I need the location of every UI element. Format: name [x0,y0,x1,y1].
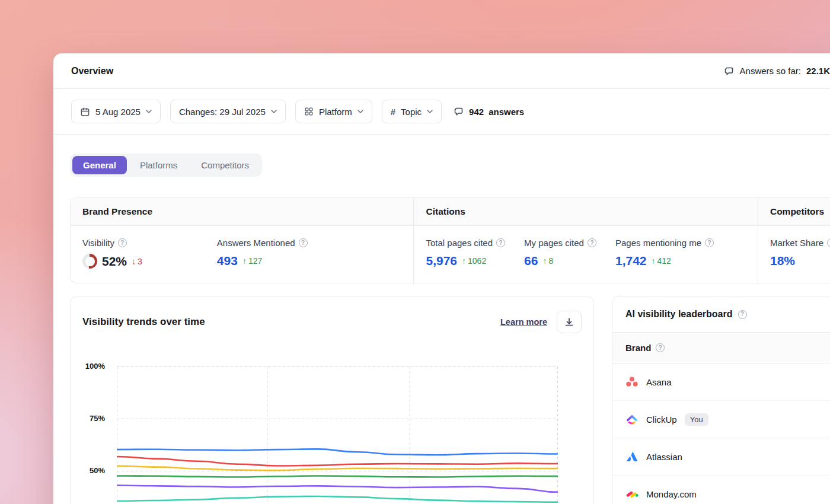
visibility-trends-chart: 100% 75% 50% [71,366,593,504]
metric-delta: 412 [652,256,671,266]
changes-filter[interactable]: Changes: 29 Jul 2025 [170,100,286,123]
visibility-donut [82,254,97,269]
chevron-down-icon [357,110,363,113]
page-title: Overview [71,66,113,76]
answers-icon [724,66,735,76]
ai-visibility-leaderboard: AI visibility leaderboard Brand Asana [612,296,830,504]
platform-filter-label: Platform [319,107,352,117]
trend-line-series-yellow [117,466,558,470]
help-icon[interactable] [496,238,505,247]
visibility-trends-card: Visibility trends over time Learn more 1… [70,296,594,504]
help-icon[interactable] [827,238,830,247]
answers-icon [454,106,464,117]
you-badge: You [685,413,708,426]
monday-icon [625,487,639,500]
trend-line-series-green [117,476,558,477]
answers-so-far-value: 22.1K [806,66,830,76]
brand-name: ClickUp [646,414,677,425]
metric-label: Total pages cited [426,238,493,248]
date-filter[interactable]: 5 Aug 2025 [71,100,161,123]
brand-name: Asana [646,377,672,387]
metric-delta: 1062 [462,256,486,266]
topic-filter-label: Topic [401,107,422,117]
answers-count: 942 answers [454,106,524,117]
learn-more-link[interactable]: Learn more [500,317,547,327]
stats-col-competitors: Competitors Market Share 18% [758,197,830,283]
chevron-down-icon [427,110,433,113]
help-icon[interactable] [656,343,665,352]
metric-total-pages-cited: Total pages cited 5,976 1062 [426,238,505,268]
help-icon[interactable] [118,238,127,247]
main-panel: Overview Answers so far: 22.1K 5 Aug 202… [53,53,830,504]
tabs-wrap: General Platforms Competitors [70,154,830,177]
stats-panel: Brand Presence Visibility 52% 3 Answe [70,197,830,283]
platform-filter[interactable]: Platform [295,100,372,123]
atlassian-icon [625,450,639,463]
down-arrow-icon [132,257,136,266]
topic-filter[interactable]: # Topic [382,100,442,123]
metric-value: 1,742 [615,254,647,268]
metric-label: Answers Mentioned [217,238,295,248]
up-arrow-icon [242,256,247,266]
help-icon[interactable] [299,238,308,247]
tab-group: General Platforms Competitors [70,154,262,177]
metric-answers-mentioned: Answers Mentioned 493 127 [217,238,308,269]
y-axis-tick: 50% [71,466,105,475]
brand-name: Atlassian [646,452,682,462]
header: Overview Answers so far: 22.1K [53,53,830,89]
metric-label: My pages cited [524,238,584,248]
answers-count-word: answers [489,107,524,117]
platform-icon [304,107,314,116]
stats-section-title: Competitors [758,197,830,226]
trend-line-series-purple [117,486,558,492]
answers-so-far: Answers so far: 22.1K [724,66,830,76]
metric-my-pages-cited: My pages cited 66 8 [524,238,596,268]
download-button[interactable] [557,311,582,333]
bottom-row: Visibility trends over time Learn more 1… [70,296,830,504]
trend-line-plot [117,366,558,504]
tab-competitors[interactable]: Competitors [190,156,260,174]
stats-section-title: Brand Presence [71,197,413,226]
chevron-down-icon [271,110,277,113]
up-arrow-icon [652,256,656,266]
leaderboard-row-asana[interactable]: Asana [612,363,830,401]
brand-name: Monday.com [646,489,697,499]
stats-section-title: Citations [414,197,757,226]
trend-title: Visibility trends over time [82,316,205,328]
hash-icon: # [391,107,395,117]
tab-platforms[interactable]: Platforms [129,156,188,174]
help-icon[interactable] [705,238,714,247]
answers-count-value: 942 [469,107,484,117]
metric-delta: 3 [132,257,142,266]
trend-line-series-blue [117,449,558,455]
download-icon [564,317,574,327]
answers-so-far-label: Answers so far: [740,66,801,76]
leaderboard-row-clickup[interactable]: ClickUp You [612,401,830,438]
up-arrow-icon [462,256,466,266]
tab-general[interactable]: General [72,156,127,174]
metric-label: Pages mentioning me [615,238,701,248]
clickup-icon [625,413,639,426]
help-icon[interactable] [588,238,596,247]
metric-value: 493 [217,254,238,268]
metric-label: Visibility [82,238,114,248]
metric-pages-mentioning-me: Pages mentioning me 1,742 412 [615,238,714,268]
metric-label: Market Share [770,238,823,248]
asana-icon [625,375,639,388]
trend-line-series-red [117,457,558,465]
metric-market-share: Market Share 18% [770,238,830,268]
metric-delta: 127 [242,256,262,266]
calendar-icon [80,107,90,117]
stats-col-citations: Citations Total pages cited 5,976 1062 M… [414,197,758,283]
metric-value: 66 [524,254,538,268]
filter-bar: 5 Aug 2025 Changes: 29 Jul 2025 Platform… [53,89,830,135]
leaderboard-row-atlassian[interactable]: Atlassian [612,438,830,476]
leaderboard-row-monday[interactable]: Monday.com [612,476,830,504]
metric-visibility: Visibility 52% 3 [82,238,142,269]
metric-value: 52% [102,254,127,269]
help-icon[interactable] [738,310,747,319]
y-axis-tick: 100% [71,362,105,371]
y-axis-tick: 75% [71,414,105,423]
trend-line-series-teal [117,496,558,502]
stats-col-brand-presence: Brand Presence Visibility 52% 3 Answe [71,197,414,283]
